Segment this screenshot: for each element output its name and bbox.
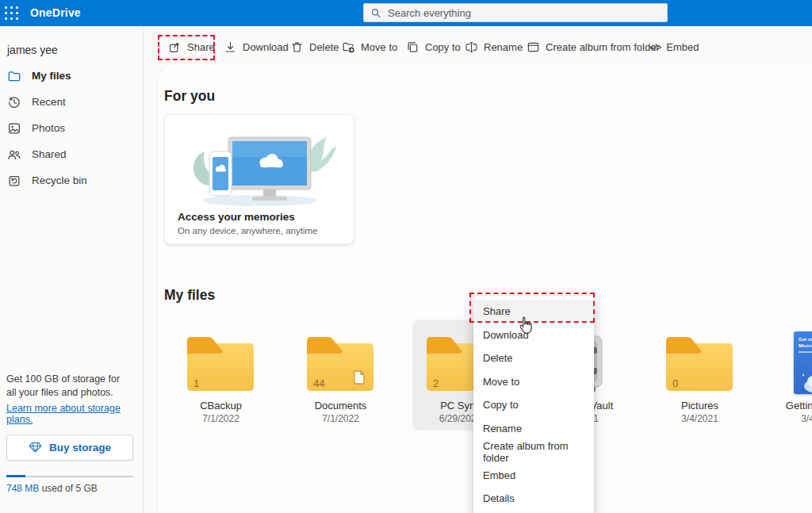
command-toolbar: Share Download Delete Move to — [144, 26, 812, 68]
sidebar-item-shared[interactable]: Shared — [0, 141, 143, 167]
toolbar-delete-button[interactable]: Delete — [290, 26, 339, 68]
thumb-cloud-art — [794, 367, 812, 394]
search-box[interactable] — [363, 3, 668, 22]
move-to-folder-icon — [342, 40, 355, 54]
toolbar-share-button[interactable]: Share — [168, 26, 215, 68]
rename-icon — [465, 40, 478, 54]
buy-storage-label: Buy storage — [49, 442, 111, 454]
onedrive-app: OneDrive james yee My files — [0, 0, 812, 513]
thumb-text-bar — [799, 351, 812, 353]
folder-item-count: 0 — [672, 377, 678, 389]
recycle-bin-icon — [7, 174, 21, 188]
for-you-heading: For you — [164, 88, 215, 105]
folder-item-count: 1 — [193, 377, 199, 389]
card-subtitle: On any device, anywhere, anytime — [178, 226, 317, 235]
context-menu-item-create-album[interactable]: Create album from folder — [473, 440, 594, 464]
devices-illustration — [181, 121, 339, 209]
context-menu-item-move-to[interactable]: Move to — [473, 370, 594, 394]
toolbar-move-to-button[interactable]: Move to — [342, 26, 397, 68]
toolbar-create-album-button[interactable]: Create album from folder — [527, 26, 660, 68]
context-menu-item-rename[interactable]: Rename — [473, 417, 594, 441]
toolbar-delete-label: Delete — [309, 41, 339, 53]
storage-progress-bar — [6, 476, 133, 477]
file-tile-pictures[interactable]: 0 Pictures 3/4/2021 — [652, 320, 748, 431]
storage-usage-text: 748 MB used of 5 GB — [6, 483, 135, 494]
toolbar-embed-button[interactable]: </> Embed — [649, 26, 699, 68]
history-icon — [7, 95, 21, 109]
app-launcher-icon[interactable] — [5, 6, 19, 21]
storage-plans-link[interactable]: Learn more about storage plans. — [6, 403, 135, 425]
card-title: Access your memories — [178, 211, 295, 223]
thumb-text-line: Micros — [799, 343, 812, 348]
share-icon — [168, 40, 182, 54]
sidebar-item-label: Photos — [32, 122, 65, 134]
sidebar-nav: My files Recent Photos — [0, 63, 143, 193]
diamond-icon — [29, 441, 42, 454]
toolbar-copy-to-button[interactable]: Copy to — [406, 26, 461, 68]
toolbar-embed-label: Embed — [666, 41, 699, 53]
sidebar-item-label: My files — [32, 70, 71, 82]
toolbar-copy-to-label: Copy to — [425, 41, 461, 53]
access-memories-card[interactable]: Access your memories On any device, anyw… — [164, 114, 354, 244]
storage-section: Get 100 GB of storage for all your files… — [6, 373, 135, 513]
storage-progress-fill — [6, 475, 25, 477]
file-name: Getting started — [748, 400, 812, 412]
download-icon — [224, 40, 237, 54]
storage-usage-rest: used of 5 GB — [39, 483, 97, 494]
storage-usage-amount: 748 MB — [6, 483, 39, 494]
sidebar-item-recent[interactable]: Recent — [0, 89, 143, 115]
buy-storage-button[interactable]: Buy storage — [6, 435, 133, 461]
context-menu: Share Download Delete Move to Copy to Re… — [473, 296, 594, 513]
toolbar-move-to-label: Move to — [361, 41, 397, 53]
file-date: 3/4/2021 — [748, 413, 812, 424]
storage-promo-text: Get 100 GB of storage for all your files… — [6, 373, 132, 400]
search-input[interactable] — [388, 7, 661, 19]
context-menu-item-details[interactable]: Details — [473, 487, 594, 511]
user-name: james yee — [7, 44, 58, 56]
top-header-bar: OneDrive — [0, 0, 812, 26]
copy-icon — [406, 40, 419, 54]
trash-icon — [290, 40, 304, 54]
sidebar-item-my-files[interactable]: My files — [0, 63, 143, 89]
people-icon — [7, 147, 21, 162]
app-title: OneDrive — [30, 6, 81, 19]
context-menu-item-copy-to[interactable]: Copy to — [473, 393, 594, 417]
file-tile-cbackup[interactable]: 1 CBackup 7/1/2022 — [173, 320, 269, 431]
sidebar-item-label: Shared — [32, 148, 67, 160]
pdf-thumbnail: Get sta Micros — [794, 331, 812, 394]
toolbar-create-album-label: Create album from folder — [546, 41, 660, 53]
toolbar-download-label: Download — [243, 41, 289, 53]
sidebar-item-recycle-bin[interactable]: Recycle bin — [0, 167, 143, 193]
toolbar-share-label: Share — [187, 41, 215, 53]
my-files-heading: My files — [164, 287, 215, 304]
photos-icon — [7, 121, 21, 136]
file-tile-getting-started[interactable]: Get sta Micros Getting started 3/4/2021 — [772, 320, 812, 431]
context-menu-item-embed[interactable]: Embed — [473, 464, 594, 488]
file-tile-documents[interactable]: 44 Documents 7/1/2022 — [293, 320, 389, 431]
folder-item-count: 44 — [313, 377, 324, 389]
folder-item-count: 2 — [433, 377, 439, 389]
toolbar-rename-label: Rename — [484, 41, 523, 53]
sidebar-item-label: Recycle bin — [32, 174, 87, 186]
sidebar-item-photos[interactable]: Photos — [0, 115, 143, 141]
left-sidebar: james yee My files Recent — [0, 26, 144, 513]
thumb-text-line: Get sta — [799, 337, 812, 342]
embed-icon: </> — [649, 42, 661, 53]
context-menu-item-download[interactable]: Download — [473, 323, 594, 347]
sidebar-item-label: Recent — [32, 96, 66, 108]
search-icon — [370, 7, 381, 19]
album-icon — [527, 40, 540, 54]
toolbar-rename-button[interactable]: Rename — [465, 26, 523, 68]
context-menu-item-delete[interactable]: Delete — [473, 346, 594, 370]
folder-icon — [7, 69, 21, 83]
context-menu-item-share[interactable]: Share — [473, 300, 594, 323]
toolbar-download-button[interactable]: Download — [224, 26, 289, 68]
